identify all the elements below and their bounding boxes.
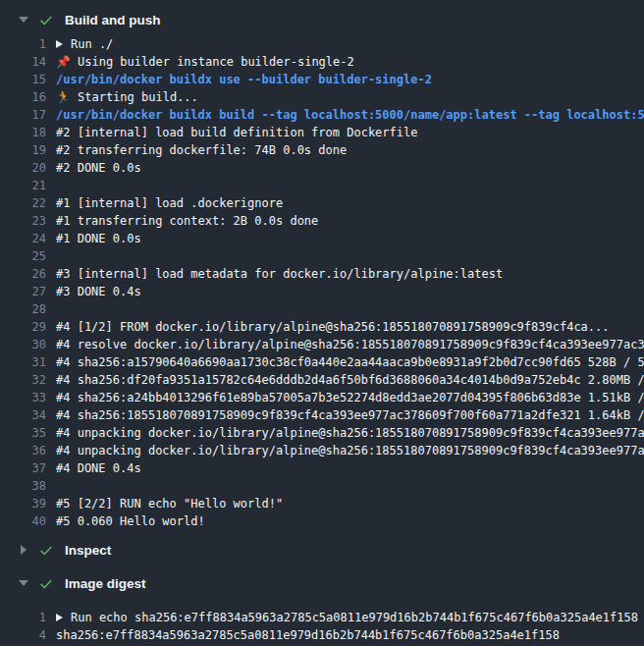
log-lines-build-and-push: 1Run ./14📌Using builder instance builder…: [0, 35, 644, 530]
log-line-number[interactable]: 17: [0, 106, 46, 124]
log-line: 40#5 0.060 Hello world!: [0, 512, 644, 530]
log-lines-image-digest: 1Run echo sha256:e7ff8834a5963a2785c5a08…: [0, 609, 644, 644]
log-line: 16🏃Starting build...: [0, 88, 644, 106]
log-line: 14📌Using builder instance builder-single…: [0, 53, 644, 71]
log-line-number[interactable]: 16: [0, 88, 46, 106]
log-line: 29#4 [1/2] FROM docker.io/library/alpine…: [0, 318, 644, 336]
log-line-number[interactable]: 27: [0, 283, 46, 300]
group-toggle-icon[interactable]: [56, 40, 63, 48]
log-line: 4sha256:e7ff8834a5963a2785c5a0811e979d16…: [0, 626, 644, 644]
log-line-number[interactable]: 25: [0, 247, 46, 265]
log-line-number[interactable]: 4: [0, 626, 46, 644]
log-line-number[interactable]: 28: [0, 300, 46, 318]
log-line-text: #1 [internal] load .dockerignore: [56, 194, 283, 212]
log-line-number[interactable]: 30: [0, 336, 46, 353]
chevron-collapsed-icon[interactable]: [18, 544, 29, 556]
log-line: 17/usr/bin/docker buildx build --tag loc…: [0, 106, 644, 124]
log-line-number[interactable]: 18: [0, 124, 46, 141]
log-line-text: #3 [internal] load metadata for docker.i…: [56, 265, 503, 283]
log-line-text: sha256:e7ff8834a5963a2785c5a0811e979d16b…: [56, 626, 560, 644]
log-line-text: 📌Using builder instance builder-single-2: [56, 53, 354, 71]
log-line-text: #4 sha256:a15790640a6690aa1730c38cf0a440…: [56, 353, 644, 371]
log-section-build-and-push: Build and push 1Run ./14📌Using builder i…: [0, 10, 644, 530]
log-line-number[interactable]: 29: [0, 318, 46, 336]
log-line: 25: [0, 247, 644, 265]
success-check-icon: [39, 13, 53, 27]
log-line: 1Run echo sha256:e7ff8834a5963a2785c5a08…: [0, 609, 644, 626]
actions-log-viewer: { "app": { "name": "GitHub Actions workf…: [0, 0, 644, 646]
log-line-text: #2 [internal] load build definition from…: [56, 124, 417, 141]
log-line-number[interactable]: 36: [0, 442, 46, 459]
log-line-text: #4 [1/2] FROM docker.io/library/alpine@s…: [56, 318, 610, 336]
log-line: 15/usr/bin/docker buildx use --builder b…: [0, 71, 644, 88]
section-header-inspect[interactable]: Inspect: [0, 540, 644, 560]
log-line: 31#4 sha256:a15790640a6690aa1730c38cf0a4…: [0, 353, 644, 371]
log-line: 28: [0, 300, 644, 318]
log-section-image-digest: Image digest 1Run echo sha256:e7ff8834a5…: [0, 573, 644, 644]
log-line-number[interactable]: 34: [0, 406, 46, 424]
section-title: Build and push: [65, 13, 161, 27]
log-line: 1Run ./: [0, 35, 644, 53]
success-check-icon: [39, 543, 53, 557]
log-line-text: #4 unpacking docker.io/library/alpine@sh…: [56, 442, 644, 459]
log-line: 32#4 sha256:df20fa9351a15782c64e6dddb2d4…: [0, 371, 644, 389]
section-title: Image digest: [65, 576, 146, 591]
chevron-expanded-icon[interactable]: [18, 14, 29, 26]
log-line-number[interactable]: 33: [0, 389, 46, 406]
log-line-number[interactable]: 19: [0, 141, 46, 159]
log-line: 33#4 sha256:a24bb4013296f61e89ba57005a7b…: [0, 389, 644, 406]
log-line-number[interactable]: 38: [0, 477, 46, 495]
log-line-number[interactable]: 32: [0, 371, 46, 389]
log-line-number[interactable]: 14: [0, 53, 46, 71]
log-line-number[interactable]: 15: [0, 71, 46, 88]
log-line-number[interactable]: 26: [0, 265, 46, 283]
log-line: 19#2 transferring dockerfile: 74B 0.0s d…: [0, 141, 644, 159]
success-check-icon: [39, 576, 53, 590]
log-line: 26#3 [internal] load metadata for docker…: [0, 265, 644, 283]
log-line: 18#2 [internal] load build definition fr…: [0, 124, 644, 141]
log-line-number[interactable]: 35: [0, 424, 46, 442]
log-line-text: #2 DONE 0.0s: [56, 159, 141, 177]
group-toggle-icon[interactable]: [56, 614, 63, 621]
log-line: 22#1 [internal] load .dockerignore: [0, 194, 644, 212]
log-line-number[interactable]: 31: [0, 353, 46, 371]
log-line: 38: [0, 477, 644, 495]
log-line-text: #4 DONE 0.4s: [56, 459, 141, 477]
log-line: 34#4 sha256:185518070891758909c9f839cf4c…: [0, 406, 644, 424]
runner-emoji: 🏃: [56, 90, 71, 104]
log-line: 27#3 DONE 0.4s: [0, 283, 644, 300]
log-line-text: /usr/bin/docker buildx build --tag local…: [56, 106, 644, 124]
log-line: 24#1 DONE 0.0s: [0, 230, 644, 247]
log-line-text: /usr/bin/docker buildx use --builder bui…: [56, 71, 432, 88]
log-line-number[interactable]: 40: [0, 512, 46, 530]
log-line-number[interactable]: 37: [0, 459, 46, 477]
log-line-number[interactable]: 24: [0, 230, 46, 247]
log-line-text: #2 transferring dockerfile: 74B 0.0s don…: [56, 141, 347, 159]
section-title: Inspect: [65, 543, 111, 558]
log-line: 35#4 unpacking docker.io/library/alpine@…: [0, 424, 644, 442]
log-line: 30#4 resolve docker.io/library/alpine@sh…: [0, 336, 644, 353]
log-line-text: #4 unpacking docker.io/library/alpine@sh…: [56, 424, 644, 442]
log-line: 36#4 unpacking docker.io/library/alpine@…: [0, 442, 644, 459]
log-line-number[interactable]: 21: [0, 177, 46, 194]
log-line-number[interactable]: 1: [0, 609, 46, 626]
log-line-text: 🏃Starting build...: [56, 88, 198, 106]
log-line-text: #4 sha256:185518070891758909c9f839cf4ca3…: [56, 406, 644, 424]
log-line-number[interactable]: 20: [0, 159, 46, 177]
log-line-number[interactable]: 1: [0, 35, 46, 53]
chevron-expanded-icon[interactable]: [18, 577, 29, 589]
log-line-number[interactable]: 22: [0, 194, 46, 212]
log-line-text: #4 resolve docker.io/library/alpine@sha2…: [56, 336, 644, 353]
section-header-build-and-push[interactable]: Build and push: [0, 10, 644, 29]
log-line-text: #1 transferring context: 2B 0.0s done: [56, 212, 318, 230]
log-line-text: #5 [2/2] RUN echo "Hello world!": [56, 495, 283, 512]
log-line-text: Run echo sha256:e7ff8834a5963a2785c5a081…: [56, 609, 638, 626]
log-section-inspect: Inspect: [0, 540, 644, 560]
log-line-text: #1 DONE 0.0s: [56, 230, 141, 247]
section-header-image-digest[interactable]: Image digest: [0, 573, 644, 593]
log-line: 39#5 [2/2] RUN echo "Hello world!": [0, 495, 644, 512]
log-line-number[interactable]: 23: [0, 212, 46, 230]
log-line-number[interactable]: 39: [0, 495, 46, 512]
log-line-text: #4 sha256:a24bb4013296f61e89ba57005a7b3e…: [56, 389, 644, 406]
pushpin-emoji: 📌: [56, 55, 71, 69]
